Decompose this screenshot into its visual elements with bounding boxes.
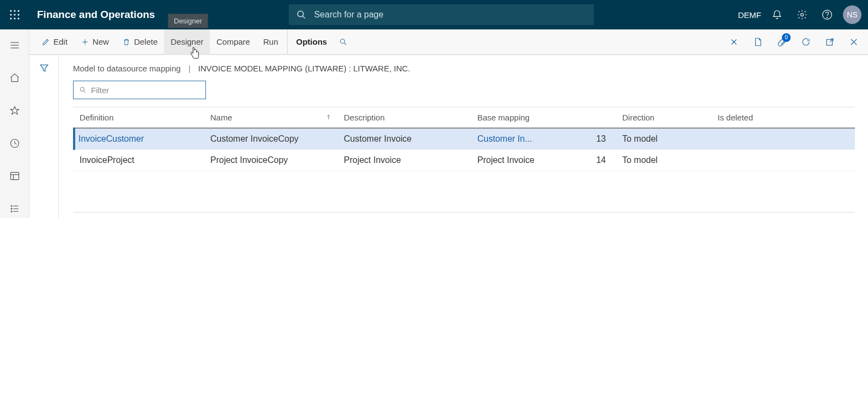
page-title: INVOICE MODEL MAPPING (LITWARE) : LITWAR…	[198, 64, 410, 73]
new-button[interactable]: New	[74, 29, 116, 54]
cell-seq: 13	[591, 128, 617, 150]
cell-definition[interactable]: InvoiceCustomer	[74, 128, 205, 150]
designer-label: Designer	[171, 37, 203, 46]
col-direction[interactable]: Direction	[617, 107, 712, 128]
data-grid: Definition Name Description Base mapping…	[73, 107, 855, 213]
action-bar: Edit New Delete Designer Compare Run Opt…	[29, 29, 868, 54]
search-icon	[339, 38, 348, 46]
svg-point-5	[17, 14, 19, 15]
page-content: Model to datasource mapping | INVOICE MO…	[59, 55, 868, 218]
col-definition[interactable]: Definition	[74, 107, 205, 128]
svg-point-31	[733, 41, 735, 43]
cell-direction: To model	[617, 128, 712, 150]
svg-line-10	[303, 16, 306, 19]
cell-seq: 14	[591, 150, 617, 171]
svg-point-2	[17, 10, 19, 11]
table-row[interactable]: InvoiceProjectProject InvoiceCopyProject…	[74, 150, 855, 171]
app-launcher-icon[interactable]	[0, 0, 29, 29]
run-label: Run	[263, 37, 278, 46]
tooltip-designer: Designer	[168, 14, 208, 28]
breadcrumb: Model to datasource mapping | INVOICE MO…	[73, 64, 855, 73]
cell-description: Project Invoice	[338, 150, 472, 171]
svg-point-23	[11, 208, 12, 209]
cell-is_deleted	[712, 128, 855, 150]
breadcrumb-page: Model to datasource mapping	[73, 64, 181, 73]
attachments-icon[interactable]: 0	[772, 32, 792, 52]
delete-button[interactable]: Delete	[116, 29, 164, 54]
compare-label: Compare	[216, 37, 250, 46]
recent-icon[interactable]	[0, 134, 29, 153]
edit-label: Edit	[53, 37, 68, 46]
close-icon[interactable]	[844, 32, 864, 52]
run-button[interactable]: Run	[257, 29, 285, 54]
svg-point-6	[10, 17, 11, 19]
col-description[interactable]: Description	[338, 107, 472, 128]
cell-definition: InvoiceProject	[74, 150, 205, 171]
options-button[interactable]: Options	[287, 29, 334, 54]
notifications-icon[interactable]	[764, 0, 790, 29]
global-search-input[interactable]	[314, 10, 586, 20]
cell-name: Project InvoiceCopy	[205, 150, 338, 171]
home-icon[interactable]	[0, 69, 29, 87]
filter-pane-icon[interactable]	[39, 63, 50, 218]
svg-point-21	[11, 205, 12, 207]
sort-asc-icon	[325, 113, 332, 122]
related-info-icon[interactable]	[724, 32, 744, 52]
topbar-right: DEMF NS	[738, 0, 869, 29]
popout-icon[interactable]	[820, 32, 840, 52]
svg-point-25	[11, 211, 12, 212]
search-icon	[79, 86, 87, 94]
page-options-icon[interactable]	[748, 32, 768, 52]
refresh-icon[interactable]	[796, 32, 816, 52]
edit-button[interactable]: Edit	[35, 29, 74, 54]
app-title: Finance and Operations	[37, 9, 155, 21]
svg-point-7	[14, 17, 15, 19]
svg-point-13	[827, 17, 828, 18]
svg-line-36	[84, 91, 86, 93]
new-label: New	[93, 37, 109, 46]
col-name[interactable]: Name	[205, 107, 338, 128]
col-is-deleted[interactable]: Is deleted	[712, 107, 855, 128]
avatar-initials: NS	[847, 10, 857, 19]
cell-description: Customer Invoice	[338, 128, 472, 150]
cell-base_mapping[interactable]: Customer In...	[472, 128, 591, 150]
nav-toggle-icon[interactable]	[0, 36, 29, 54]
attachments-badge: 0	[782, 33, 791, 42]
svg-point-11	[801, 14, 804, 16]
search-icon	[296, 10, 306, 20]
cell-is_deleted	[712, 150, 855, 171]
top-nav: Finance and Operations DEMF NS	[0, 0, 868, 29]
action-bar-right: 0	[724, 32, 868, 52]
svg-point-1	[14, 10, 15, 11]
settings-icon[interactable]	[790, 0, 815, 29]
modules-icon[interactable]	[0, 199, 29, 218]
action-search-button[interactable]	[333, 29, 353, 54]
global-search[interactable]	[289, 4, 594, 25]
user-avatar[interactable]: NS	[843, 5, 861, 24]
workspaces-icon[interactable]	[0, 167, 29, 185]
delete-label: Delete	[134, 37, 157, 46]
svg-point-3	[10, 14, 11, 15]
pencil-icon	[41, 38, 50, 46]
cell-base_mapping: Project Invoice	[472, 150, 591, 171]
filter-rail	[29, 55, 59, 218]
svg-rect-18	[10, 172, 19, 179]
svg-point-4	[14, 14, 15, 15]
breadcrumb-sep: |	[189, 64, 191, 73]
table-row[interactable]: InvoiceCustomerCustomer InvoiceCopyCusto…	[74, 128, 855, 150]
table-header-row: Definition Name Description Base mapping…	[74, 107, 855, 128]
help-icon[interactable]	[815, 0, 840, 29]
trash-icon	[122, 38, 131, 46]
designer-button[interactable]: Designer	[164, 29, 210, 54]
options-label: Options	[296, 37, 327, 46]
svg-point-0	[10, 10, 11, 11]
company-code[interactable]: DEMF	[738, 10, 762, 20]
col-base-mapping[interactable]: Base mapping	[472, 107, 617, 128]
grid-filter[interactable]	[73, 81, 206, 99]
grid-filter-input[interactable]	[91, 86, 200, 95]
cell-name: Customer InvoiceCopy	[205, 128, 338, 150]
svg-point-35	[80, 87, 84, 91]
svg-line-30	[344, 43, 346, 45]
favorites-icon[interactable]	[0, 101, 29, 120]
compare-button[interactable]: Compare	[210, 29, 257, 54]
